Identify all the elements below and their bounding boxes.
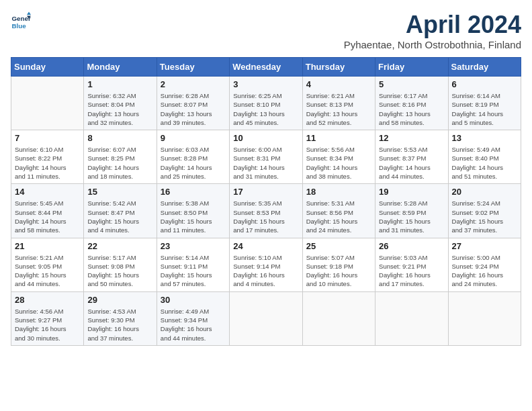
day-cell: 14Sunrise: 5:45 AM Sunset: 8:44 PM Dayli… <box>11 184 84 238</box>
day-info: Sunrise: 6:03 AM Sunset: 8:28 PM Dayligh… <box>161 145 226 181</box>
day-number: 1 <box>87 79 152 89</box>
day-info: Sunrise: 5:28 AM Sunset: 8:59 PM Dayligh… <box>379 199 444 234</box>
week-row-0: 1Sunrise: 6:32 AM Sunset: 8:04 PM Daylig… <box>11 77 521 130</box>
header-friday: Friday <box>375 58 448 77</box>
header-monday: Monday <box>84 58 157 77</box>
day-info: Sunrise: 6:00 AM Sunset: 8:31 PM Dayligh… <box>233 145 298 181</box>
day-info: Sunrise: 5:42 AM Sunset: 8:47 PM Dayligh… <box>87 199 152 234</box>
day-info: Sunrise: 5:45 AM Sunset: 8:44 PM Dayligh… <box>15 199 80 234</box>
day-cell: 17Sunrise: 5:35 AM Sunset: 8:53 PM Dayli… <box>230 184 302 238</box>
day-info: Sunrise: 5:24 AM Sunset: 9:02 PM Dayligh… <box>452 199 517 234</box>
day-number: 16 <box>161 187 226 197</box>
day-info: Sunrise: 6:21 AM Sunset: 8:13 PM Dayligh… <box>306 91 371 127</box>
day-number: 5 <box>379 79 444 89</box>
day-number: 12 <box>379 133 444 143</box>
day-number: 14 <box>15 187 80 197</box>
header-thursday: Thursday <box>302 58 375 77</box>
day-number: 25 <box>306 241 371 251</box>
day-cell <box>448 291 521 345</box>
header-tuesday: Tuesday <box>157 58 229 77</box>
day-cell <box>11 77 84 130</box>
day-info: Sunrise: 5:49 AM Sunset: 8:40 PM Dayligh… <box>452 145 517 181</box>
header-wednesday: Wednesday <box>230 58 302 77</box>
day-number: 17 <box>233 187 298 197</box>
day-info: Sunrise: 5:56 AM Sunset: 8:34 PM Dayligh… <box>306 145 371 181</box>
day-info: Sunrise: 6:14 AM Sunset: 8:19 PM Dayligh… <box>452 91 517 127</box>
day-cell <box>230 291 302 345</box>
day-number: 21 <box>15 241 80 251</box>
calendar-table: Sunday Monday Tuesday Wednesday Thursday… <box>11 57 521 346</box>
day-info: Sunrise: 5:07 AM Sunset: 9:18 PM Dayligh… <box>306 253 371 289</box>
header-sunday: Sunday <box>11 58 84 77</box>
svg-text:Blue: Blue <box>12 22 27 30</box>
day-info: Sunrise: 5:14 AM Sunset: 9:11 PM Dayligh… <box>161 253 226 289</box>
day-cell: 15Sunrise: 5:42 AM Sunset: 8:47 PM Dayli… <box>84 184 157 238</box>
day-number: 3 <box>233 79 298 89</box>
day-cell: 7Sunrise: 6:10 AM Sunset: 8:22 PM Daylig… <box>11 130 84 184</box>
logo-icon: General Blue <box>11 11 31 31</box>
day-cell: 26Sunrise: 5:03 AM Sunset: 9:21 PM Dayli… <box>375 238 448 291</box>
day-number: 8 <box>87 133 152 143</box>
day-info: Sunrise: 5:53 AM Sunset: 8:37 PM Dayligh… <box>379 145 444 181</box>
day-cell: 5Sunrise: 6:17 AM Sunset: 8:16 PM Daylig… <box>375 77 448 130</box>
day-number: 2 <box>161 79 226 89</box>
day-info: Sunrise: 5:00 AM Sunset: 9:24 PM Dayligh… <box>452 253 517 289</box>
day-number: 28 <box>15 295 80 305</box>
day-cell: 30Sunrise: 4:49 AM Sunset: 9:34 PM Dayli… <box>157 291 229 345</box>
day-number: 22 <box>87 241 152 251</box>
location-subtitle: Pyhaentae, North Ostrobothnia, Finland <box>344 39 521 50</box>
month-title: April 2024 <box>344 11 521 39</box>
day-number: 26 <box>379 241 444 251</box>
day-cell: 24Sunrise: 5:10 AM Sunset: 9:14 PM Dayli… <box>230 238 302 291</box>
header-saturday: Saturday <box>448 58 521 77</box>
week-row-3: 21Sunrise: 5:21 AM Sunset: 9:05 PM Dayli… <box>11 238 521 291</box>
day-cell: 19Sunrise: 5:28 AM Sunset: 8:59 PM Dayli… <box>375 184 448 238</box>
week-row-4: 28Sunrise: 4:56 AM Sunset: 9:27 PM Dayli… <box>11 291 521 345</box>
day-cell: 1Sunrise: 6:32 AM Sunset: 8:04 PM Daylig… <box>84 77 157 130</box>
day-info: Sunrise: 6:28 AM Sunset: 8:07 PM Dayligh… <box>161 91 226 127</box>
day-cell <box>302 291 375 345</box>
day-cell: 18Sunrise: 5:31 AM Sunset: 8:56 PM Dayli… <box>302 184 375 238</box>
day-cell: 13Sunrise: 5:49 AM Sunset: 8:40 PM Dayli… <box>448 130 521 184</box>
day-number: 19 <box>379 187 444 197</box>
day-number: 7 <box>15 133 80 143</box>
day-cell: 20Sunrise: 5:24 AM Sunset: 9:02 PM Dayli… <box>448 184 521 238</box>
day-info: Sunrise: 6:07 AM Sunset: 8:25 PM Dayligh… <box>87 145 152 181</box>
title-block: April 2024 Pyhaentae, North Ostrobothnia… <box>344 11 521 50</box>
day-cell: 4Sunrise: 6:21 AM Sunset: 8:13 PM Daylig… <box>302 77 375 130</box>
day-number: 4 <box>306 79 371 89</box>
day-number: 15 <box>87 187 152 197</box>
day-number: 20 <box>452 187 517 197</box>
day-cell: 3Sunrise: 6:25 AM Sunset: 8:10 PM Daylig… <box>230 77 302 130</box>
day-cell: 29Sunrise: 4:53 AM Sunset: 9:30 PM Dayli… <box>84 291 157 345</box>
header-row: Sunday Monday Tuesday Wednesday Thursday… <box>11 58 521 77</box>
day-number: 18 <box>306 187 371 197</box>
day-cell: 2Sunrise: 6:28 AM Sunset: 8:07 PM Daylig… <box>157 77 229 130</box>
day-cell: 10Sunrise: 6:00 AM Sunset: 8:31 PM Dayli… <box>230 130 302 184</box>
day-number: 9 <box>161 133 226 143</box>
day-number: 23 <box>161 241 226 251</box>
day-info: Sunrise: 6:10 AM Sunset: 8:22 PM Dayligh… <box>15 145 80 181</box>
day-info: Sunrise: 5:31 AM Sunset: 8:56 PM Dayligh… <box>306 199 371 234</box>
day-number: 27 <box>452 241 517 251</box>
day-cell: 21Sunrise: 5:21 AM Sunset: 9:05 PM Dayli… <box>11 238 84 291</box>
day-info: Sunrise: 4:49 AM Sunset: 9:34 PM Dayligh… <box>161 307 226 342</box>
day-info: Sunrise: 4:56 AM Sunset: 9:27 PM Dayligh… <box>15 307 80 342</box>
day-info: Sunrise: 5:17 AM Sunset: 9:08 PM Dayligh… <box>87 253 152 289</box>
logo: General Blue <box>11 11 34 31</box>
day-cell: 12Sunrise: 5:53 AM Sunset: 8:37 PM Dayli… <box>375 130 448 184</box>
day-cell: 11Sunrise: 5:56 AM Sunset: 8:34 PM Dayli… <box>302 130 375 184</box>
day-number: 30 <box>161 295 226 305</box>
day-cell <box>375 291 448 345</box>
day-cell: 25Sunrise: 5:07 AM Sunset: 9:18 PM Dayli… <box>302 238 375 291</box>
day-info: Sunrise: 5:03 AM Sunset: 9:21 PM Dayligh… <box>379 253 444 289</box>
day-number: 24 <box>233 241 298 251</box>
day-info: Sunrise: 5:38 AM Sunset: 8:50 PM Dayligh… <box>161 199 226 234</box>
svg-marker-2 <box>27 12 31 15</box>
day-number: 29 <box>87 295 152 305</box>
day-number: 10 <box>233 133 298 143</box>
day-info: Sunrise: 6:25 AM Sunset: 8:10 PM Dayligh… <box>233 91 298 127</box>
page-header: General Blue April 2024 Pyhaentae, North… <box>11 11 521 50</box>
day-cell: 9Sunrise: 6:03 AM Sunset: 8:28 PM Daylig… <box>157 130 229 184</box>
day-cell: 6Sunrise: 6:14 AM Sunset: 8:19 PM Daylig… <box>448 77 521 130</box>
